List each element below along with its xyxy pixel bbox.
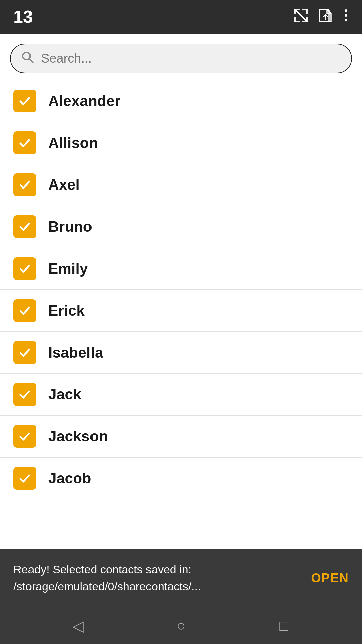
svg-line-8: [295, 9, 307, 21]
contact-name: Jacob: [48, 470, 92, 487]
contact-item[interactable]: Axel: [0, 164, 362, 206]
recents-button[interactable]: □: [270, 612, 297, 639]
svg-rect-7: [294, 21, 300, 22]
contact-checkbox[interactable]: [13, 425, 36, 448]
contact-item[interactable]: Emily: [0, 248, 362, 290]
snackbar: Ready! Selected contacts saved in:/stora…: [0, 549, 362, 607]
status-icons: [294, 7, 349, 26]
contact-item[interactable]: Jacob: [0, 458, 362, 499]
back-button[interactable]: ◁: [65, 612, 92, 639]
contact-name: Emily: [48, 260, 88, 277]
search-container: [0, 34, 362, 80]
contact-checkbox[interactable]: [13, 299, 36, 322]
search-bar[interactable]: [10, 44, 352, 73]
contact-item[interactable]: Bruno: [0, 206, 362, 248]
contact-checkbox[interactable]: [13, 90, 36, 112]
contact-name: Jackson: [48, 428, 108, 445]
search-icon: [21, 50, 34, 67]
svg-point-11: [345, 9, 347, 12]
snackbar-open-button[interactable]: OPEN: [311, 571, 349, 585]
contact-checkbox[interactable]: [13, 467, 36, 490]
contact-checkbox[interactable]: [13, 131, 36, 154]
contact-name: Isabella: [48, 344, 103, 361]
contact-name: Bruno: [48, 218, 92, 235]
status-time: 13: [13, 7, 33, 27]
status-bar: 13: [0, 0, 362, 34]
contact-checkbox[interactable]: [13, 383, 36, 406]
contact-item[interactable]: Jack: [0, 374, 362, 416]
contact-item[interactable]: Jackson: [0, 416, 362, 458]
contact-item[interactable]: Erick: [0, 290, 362, 332]
contact-name: Erick: [48, 302, 85, 319]
marquee-off-icon: [294, 8, 308, 26]
contact-name: Allison: [48, 135, 98, 151]
contact-checkbox[interactable]: [13, 341, 36, 364]
snackbar-message: Ready! Selected contacts saved in:/stora…: [13, 561, 301, 595]
nav-bar: ◁ ○ □: [0, 607, 362, 644]
contact-item[interactable]: Allison: [0, 122, 362, 164]
svg-point-13: [345, 19, 347, 21]
more-options-icon[interactable]: [343, 8, 349, 26]
search-input[interactable]: [41, 51, 341, 66]
share-file-icon: [318, 7, 333, 26]
svg-line-15: [29, 59, 33, 62]
contact-name: Axel: [48, 176, 80, 193]
contact-checkbox[interactable]: [13, 173, 36, 196]
contact-name: Jack: [48, 386, 81, 403]
contact-list: Alexander Allison Axel Bruno Emily Erick: [0, 80, 362, 549]
contact-item[interactable]: Alexander: [0, 80, 362, 122]
contact-checkbox[interactable]: [13, 257, 36, 280]
contact-checkbox[interactable]: [13, 215, 36, 238]
svg-rect-4: [306, 9, 308, 14]
svg-point-12: [345, 14, 347, 17]
contact-name: Alexander: [48, 93, 120, 109]
home-button[interactable]: ○: [168, 612, 194, 639]
contact-item[interactable]: Isabella: [0, 332, 362, 374]
